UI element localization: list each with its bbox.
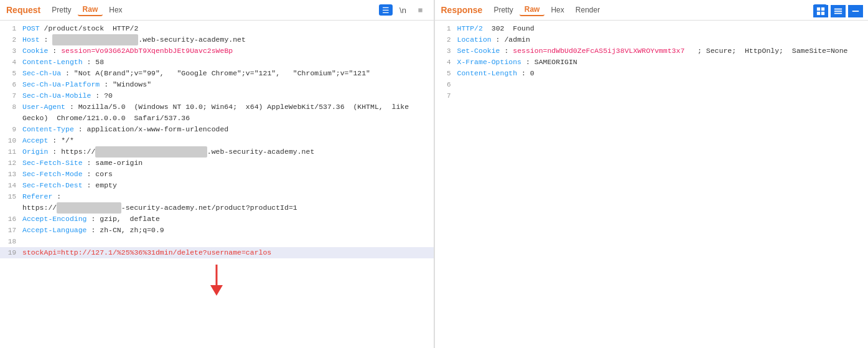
- response-line-1: 1 HTTP/2 302 Found: [435, 23, 869, 34]
- request-line-19: 19 stockApi=http://127.1/%25%36%31dmin/d…: [0, 247, 434, 258]
- request-line-15: 15 Referer :: [0, 191, 434, 202]
- request-line-3: 3 Cookie : session=Vo93G62ADbT9XqenbbJEt…: [0, 45, 434, 57]
- svg-rect-5: [834, 11, 842, 12]
- minimize-button[interactable]: [848, 5, 863, 17]
- response-line-4: 4 X-Frame-Options : SAMEORIGIN: [435, 57, 869, 68]
- request-line-5: 5 Sec-Ch-Ua : "Not A(Brand";v="99", "Goo…: [0, 68, 434, 79]
- arrow-icon: [198, 261, 235, 299]
- request-content: 1 POST /product/stock HTTP/2 2 Host : .w…: [0, 21, 434, 348]
- response-line-2: 2 Location : /admin: [435, 34, 869, 45]
- request-line-4: 4 Content-Length : 58: [0, 57, 434, 68]
- request-line-12: 12 Sec-Fetch-Site : same-origin: [0, 158, 434, 169]
- request-header: Request Pretty Raw Hex ☰ \n ≡: [0, 0, 434, 21]
- request-line-6: 6 Sec-Ch-Ua-Platform : "Windows": [0, 79, 434, 90]
- response-title: Response: [441, 5, 483, 15]
- grid-view-button[interactable]: [813, 5, 828, 17]
- response-line-6: 6: [435, 79, 869, 90]
- request-line-17: 17 Accept-Language : zh-CN, zh;q=0.9: [0, 225, 434, 236]
- pretty-format-icon[interactable]: ☰: [379, 4, 393, 16]
- request-line-1: 1 POST /product/stock HTTP/2: [0, 23, 434, 34]
- tab-hex-request[interactable]: Hex: [104, 4, 127, 16]
- tab-raw-request[interactable]: Raw: [78, 4, 103, 16]
- newline-icon[interactable]: \n: [396, 4, 410, 16]
- svg-rect-2: [817, 12, 820, 15]
- request-line-8b: Gecko) Chrome/121.0.0.0 Safari/537.36: [0, 113, 434, 124]
- list-view-button[interactable]: [831, 5, 846, 17]
- request-line-2: 2 Host : .web-security-academy.net: [0, 34, 434, 45]
- svg-rect-7: [852, 11, 859, 12]
- svg-rect-6: [834, 13, 842, 14]
- response-line-3: 3 Set-Cookie : session=ndWbUd0ZeFcAS5ij3…: [435, 45, 869, 57]
- response-line-5: 5 Content-Length : 0: [435, 68, 869, 79]
- svg-rect-3: [821, 12, 824, 15]
- request-line-14: 14 Sec-Fetch-Dest : empty: [0, 180, 434, 191]
- menu-icon[interactable]: ≡: [414, 4, 427, 16]
- request-line-13: 13 Sec-Fetch-Mode : cors: [0, 169, 434, 180]
- svg-marker-9: [210, 285, 223, 296]
- tab-pretty-request[interactable]: Pretty: [47, 4, 76, 16]
- request-line-11: 11 Origin : https:// .web-security-acade…: [0, 146, 434, 158]
- svg-rect-0: [817, 7, 820, 11]
- request-line-15b: https:// -security-academy.net/product?p…: [0, 202, 434, 214]
- corner-buttons: [813, 5, 863, 17]
- tab-hex-response[interactable]: Hex: [546, 4, 569, 16]
- request-line-7: 7 Sec-Ch-Ua-Mobile : ?0: [0, 90, 434, 101]
- request-panel: Request Pretty Raw Hex ☰ \n ≡ 1 POST /pr…: [0, 0, 434, 348]
- response-content: 1 HTTP/2 302 Found 2 Location : /admin 3…: [435, 21, 869, 348]
- tab-raw-response[interactable]: Raw: [520, 4, 545, 16]
- arrow-container: [0, 258, 434, 302]
- response-line-7: 7: [435, 90, 869, 101]
- request-line-10: 10 Accept : */*: [0, 135, 434, 146]
- tab-pretty-response[interactable]: Pretty: [488, 4, 518, 16]
- request-line-9: 9 Content-Type : application/x-www-form-…: [0, 124, 434, 135]
- request-title: Request: [6, 5, 40, 15]
- request-line-16: 16 Accept-Encoding : gzip, deflate: [0, 214, 434, 225]
- request-line-8: 8 User-Agent : Mozilla/5.0 (Windows NT 1…: [0, 101, 434, 113]
- response-panel: Response Pretty Raw Hex Render ☰ \n ≡ 1 …: [435, 0, 869, 348]
- request-line-18: 18: [0, 236, 434, 247]
- svg-rect-4: [834, 9, 842, 10]
- request-tab-icons: ☰ \n ≡: [379, 4, 427, 16]
- response-header: Response Pretty Raw Hex Render ☰ \n ≡: [435, 0, 869, 21]
- tab-render-response[interactable]: Render: [571, 4, 605, 16]
- svg-rect-1: [821, 7, 824, 11]
